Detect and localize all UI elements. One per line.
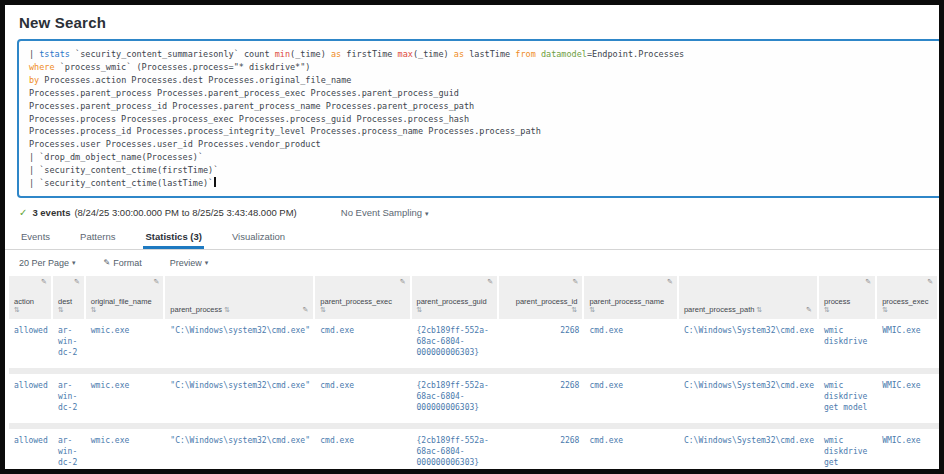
sort-icon[interactable]: ⇅ — [58, 306, 79, 314]
table-row: allowedar-win-dc-2wmic.exe"C:\Windows\sy… — [9, 374, 939, 429]
cell-parent_process_exec[interactable]: cmd.exe — [315, 429, 411, 474]
per-page-label: 20 Per Page — [19, 258, 69, 268]
cell-parent_process_name[interactable]: cmd.exe — [584, 429, 679, 474]
column-header-parent_process_id[interactable]: ✎parent_process_id⇅ — [499, 276, 584, 319]
tab-statistics-3[interactable]: Statistics (3) — [143, 226, 204, 249]
query-token: Processes.parent_process_id Processes.pa… — [29, 101, 474, 111]
sort-icon[interactable]: ⇅ — [757, 306, 763, 313]
sort-icon[interactable]: ⇅ — [320, 306, 404, 314]
cell-parent_process[interactable]: "C:\Windows\system32\cmd.exe" — [165, 319, 315, 374]
edit-column-icon[interactable]: ✎ — [927, 278, 933, 286]
event-sampling-dropdown[interactable]: No Event Sampling▾ — [341, 207, 429, 218]
cell-parent_process_guid[interactable]: {2cb189ff-552a-68ac-6804-000000006303} — [412, 429, 500, 474]
preview-dropdown[interactable]: Preview▾ — [170, 258, 209, 268]
query-token: =Endpoint.Processes — [587, 49, 684, 59]
cell-parent_process_exec[interactable]: cmd.exe — [315, 319, 411, 374]
sort-icon[interactable]: ⇅ — [14, 306, 46, 314]
tabs: EventsPatternsStatistics (3)Visualizatio… — [5, 226, 939, 250]
query-token: Processes.user Processes.user_id Process… — [29, 139, 321, 149]
sort-icon[interactable]: ⇅ — [824, 306, 870, 314]
search-query-input[interactable]: | tstats `security_content_summariesonly… — [17, 39, 942, 198]
query-token: Processes.parent_process Processes.paren… — [29, 88, 459, 98]
edit-column-icon[interactable]: ✎ — [487, 278, 493, 286]
column-header-action[interactable]: ✎action⇅ — [9, 276, 53, 319]
cell-process[interactable]: wmic diskdrive get model — [819, 374, 877, 429]
page-title: New Search — [5, 5, 939, 38]
edit-column-icon[interactable]: ✎ — [153, 278, 159, 286]
cell-parent_process_path[interactable]: C:\Windows\System32\cmd.exe — [679, 429, 819, 474]
cell-dest[interactable]: ar-win-dc-2 — [53, 429, 86, 474]
column-header-parent_process_path[interactable]: parent_process_path ⇅✎ — [679, 276, 819, 319]
cell-parent_process_name[interactable]: cmd.exe — [584, 319, 679, 374]
cell-parent_process[interactable]: "C:\Windows\system32\cmd.exe" — [165, 374, 315, 429]
column-label: dest — [58, 297, 79, 306]
edit-column-icon[interactable]: ✎ — [41, 278, 47, 286]
column-header-original_file_name[interactable]: ✎original_file_name⇅ — [86, 276, 166, 319]
cell-process_exec[interactable]: WMIC.exe — [877, 374, 939, 429]
table-body: allowedar-win-dc-2wmic.exe"C:\Windows\sy… — [9, 319, 939, 474]
per-page-dropdown[interactable]: 20 Per Page▾ — [19, 258, 76, 268]
cell-parent_process_guid[interactable]: {2cb189ff-552a-68ac-6804-000000006303} — [412, 319, 500, 374]
column-header-parent_process_exec[interactable]: ✎parent_process_exec⇅ — [315, 276, 411, 319]
chevron-down-icon: ▾ — [205, 259, 209, 267]
query-token: `process_wmic` (Processes.process="* dis… — [55, 62, 311, 72]
edit-column-icon[interactable]: ✎ — [74, 278, 80, 286]
query-token: tstats — [39, 49, 70, 59]
query-line: by Processes.action Processes.dest Proce… — [29, 74, 930, 87]
edit-column-icon[interactable]: ✎ — [667, 278, 673, 286]
cell-process[interactable]: wmic diskdrive — [819, 319, 877, 374]
cell-parent_process_id[interactable]: 2268 — [499, 319, 584, 374]
event-count: 3 events — [32, 207, 70, 218]
query-token: (_time) — [290, 49, 331, 59]
cell-process_exec[interactable]: WMIC.exe — [877, 319, 939, 374]
column-header-process[interactable]: ✎process⇅ — [819, 276, 877, 319]
sort-icon[interactable]: ⇅ — [589, 306, 672, 314]
cell-action[interactable]: allowed — [9, 429, 53, 474]
cell-parent_process_id[interactable]: 2268 — [499, 374, 584, 429]
cell-process[interactable]: wmic diskdrive get model,size — [819, 429, 877, 474]
statistics-table-container: ✎action⇅✎dest⇅✎original_file_name⇅parent… — [9, 276, 939, 474]
column-header-parent_process[interactable]: parent_process ⇅✎ — [165, 276, 315, 319]
cell-parent_process[interactable]: "C:\Windows\system32\cmd.exe" — [165, 429, 315, 474]
cell-original_file_name[interactable]: wmic.exe — [86, 319, 166, 374]
edit-column-icon[interactable]: ✎ — [806, 306, 812, 314]
search-complete-check-icon: ✓ — [19, 207, 27, 218]
cell-original_file_name[interactable]: wmic.exe — [86, 429, 166, 474]
cell-parent_process_exec[interactable]: cmd.exe — [315, 374, 411, 429]
query-token: | `drop_dm_object_name(Processes)` — [29, 152, 203, 162]
table-row: allowedar-win-dc-2wmic.exe"C:\Windows\sy… — [9, 429, 939, 474]
edit-column-icon[interactable]: ✎ — [573, 278, 579, 286]
tab-patterns[interactable]: Patterns — [78, 226, 117, 249]
sort-icon[interactable]: ⇅ — [417, 306, 493, 314]
edit-column-icon[interactable]: ✎ — [865, 278, 871, 286]
table-row: allowedar-win-dc-2wmic.exe"C:\Windows\sy… — [9, 319, 939, 374]
cell-action[interactable]: allowed — [9, 374, 53, 429]
column-header-parent_process_name[interactable]: ✎parent_process_name⇅ — [584, 276, 679, 319]
cell-parent_process_path[interactable]: C:\Windows\System32\cmd.exe — [679, 319, 819, 374]
sort-icon[interactable]: ⇅ — [882, 306, 932, 314]
column-label: parent_process_id — [504, 297, 577, 306]
query-token: where — [29, 62, 55, 72]
sort-icon[interactable]: ⇅ — [504, 306, 577, 314]
cell-parent_process_path[interactable]: C:\Windows\System32\cmd.exe — [679, 374, 819, 429]
column-header-dest[interactable]: ✎dest⇅ — [53, 276, 86, 319]
query-line: | tstats `security_content_summariesonly… — [29, 48, 930, 61]
cell-parent_process_id[interactable]: 2268 — [499, 429, 584, 474]
edit-column-icon[interactable]: ✎ — [302, 306, 308, 314]
format-button[interactable]: ✎Format — [104, 258, 142, 268]
cell-parent_process_guid[interactable]: {2cb189ff-552a-68ac-6804-000000006303} — [412, 374, 500, 429]
cell-dest[interactable]: ar-win-dc-2 — [53, 374, 86, 429]
cell-action[interactable]: allowed — [9, 319, 53, 374]
column-header-process_exec[interactable]: ✎process_exec⇅ — [877, 276, 939, 319]
sort-icon[interactable]: ⇅ — [224, 306, 230, 313]
cell-process_exec[interactable]: WMIC.exe — [877, 429, 939, 474]
sort-icon[interactable]: ⇅ — [91, 306, 159, 314]
app-window: New Search | tstats `security_content_su… — [0, 0, 944, 474]
cell-dest[interactable]: ar-win-dc-2 — [53, 319, 86, 374]
cell-original_file_name[interactable]: wmic.exe — [86, 374, 166, 429]
cell-parent_process_name[interactable]: cmd.exe — [584, 374, 679, 429]
edit-column-icon[interactable]: ✎ — [400, 278, 406, 286]
tab-events[interactable]: Events — [19, 226, 52, 249]
tab-visualization[interactable]: Visualization — [230, 226, 287, 249]
column-header-parent_process_guid[interactable]: ✎parent_process_guid⇅ — [412, 276, 500, 319]
